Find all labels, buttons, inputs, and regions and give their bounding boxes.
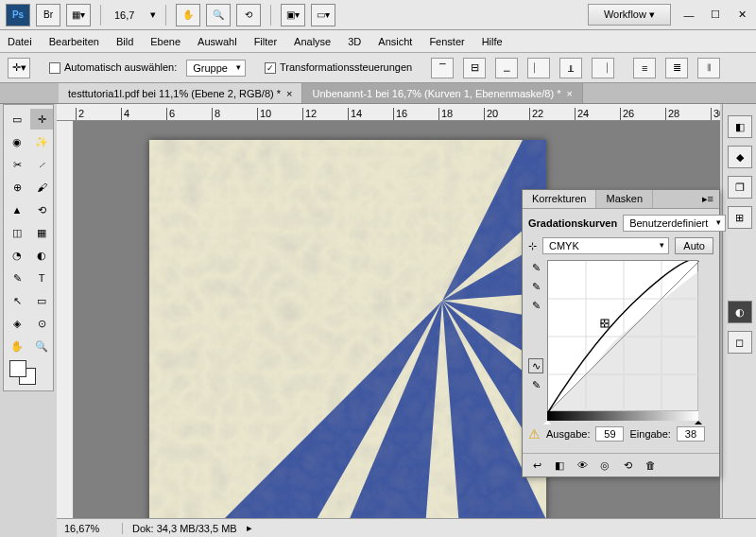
- path-select-icon[interactable]: ↖: [6, 290, 28, 311]
- ps-logo-icon[interactable]: Ps: [6, 4, 30, 26]
- hand-tool-icon[interactable]: ✋: [176, 4, 200, 26]
- menu-hilfe[interactable]: Hilfe: [482, 36, 503, 47]
- pen-tool-icon[interactable]: ✎: [6, 268, 28, 288]
- dock-channels-icon[interactable]: ⊞: [728, 206, 752, 229]
- input-gradient[interactable]: [547, 411, 698, 421]
- menu-fenster[interactable]: Fenster: [429, 36, 464, 47]
- menu-datei[interactable]: Datei: [8, 36, 32, 47]
- wand-tool-icon[interactable]: ✨: [30, 131, 53, 152]
- toggle-icon[interactable]: ◧: [551, 458, 568, 473]
- sampler-black-icon[interactable]: ✎: [528, 260, 543, 275]
- status-zoom[interactable]: 16,67%: [57, 523, 123, 534]
- visibility-icon[interactable]: 👁: [574, 458, 591, 473]
- delete-icon[interactable]: 🗑: [642, 458, 659, 473]
- document-canvas[interactable]: [149, 140, 546, 518]
- auto-select-checkbox[interactable]: Automatisch auswählen:: [49, 61, 177, 74]
- menu-bild[interactable]: Bild: [116, 36, 133, 47]
- heal-tool-icon[interactable]: ⊕: [6, 177, 28, 198]
- lasso-tool-icon[interactable]: ◉: [6, 131, 28, 152]
- tab-close-icon[interactable]: ×: [286, 88, 292, 99]
- eyedropper-tool-icon[interactable]: ⟋: [30, 154, 53, 175]
- tab-close-icon[interactable]: ×: [566, 88, 572, 99]
- history-brush-icon[interactable]: ⟲: [30, 199, 53, 220]
- target-adjust-icon[interactable]: ⊹: [528, 240, 537, 252]
- maximize-icon[interactable]: ☐: [707, 9, 724, 22]
- menu-analyse[interactable]: Analyse: [294, 36, 331, 47]
- workspace-switcher[interactable]: Workflow ▾: [588, 4, 671, 26]
- distribute-2-icon[interactable]: ≣: [665, 58, 688, 78]
- bridge-icon[interactable]: Br: [36, 4, 60, 26]
- view-prev-icon[interactable]: ◎: [596, 458, 613, 473]
- menu-ebene[interactable]: Ebene: [150, 36, 180, 47]
- rotate-view-icon[interactable]: ⟲: [236, 4, 261, 26]
- align-bottom-icon[interactable]: ⎽: [495, 58, 518, 78]
- svg-text:✛: ✛: [600, 318, 609, 329]
- color-swatches[interactable]: [6, 358, 53, 387]
- return-icon[interactable]: ↩: [528, 458, 545, 473]
- close-icon[interactable]: ✕: [733, 9, 750, 22]
- 3d-camera-icon[interactable]: ⊙: [30, 313, 53, 334]
- zoom-tool-icon[interactable]: 🔍: [206, 4, 231, 26]
- panel-menu-icon[interactable]: ▸≡: [696, 190, 719, 208]
- transform-controls-checkbox[interactable]: Transformationssteuerungen: [265, 61, 412, 74]
- minimize-icon[interactable]: —: [680, 9, 697, 22]
- sampler-gray-icon[interactable]: ✎: [528, 279, 543, 294]
- curves-graph[interactable]: ✛: [547, 260, 698, 411]
- menu-3d[interactable]: 3D: [348, 36, 361, 47]
- dock-layers-icon[interactable]: ❐: [728, 176, 752, 199]
- dodge-tool-icon[interactable]: ◐: [30, 245, 53, 266]
- pencil-mode-icon[interactable]: ✎: [528, 377, 543, 392]
- distribute-1-icon[interactable]: ≡: [633, 58, 656, 78]
- menu-bearbeiten[interactable]: Bearbeiten: [49, 36, 99, 47]
- output-field[interactable]: [595, 426, 624, 442]
- input-field[interactable]: [677, 426, 705, 442]
- sampler-white-icon[interactable]: ✎: [528, 298, 543, 313]
- menu-ansicht[interactable]: Ansicht: [378, 36, 412, 47]
- layout-icon[interactable]: ▣▾: [281, 4, 305, 26]
- dock-masks-icon[interactable]: ◻: [728, 331, 752, 354]
- curve-mode-icon[interactable]: ∿: [528, 358, 543, 373]
- hand-tool2-icon[interactable]: ✋: [6, 336, 28, 356]
- input-label: Eingabe:: [629, 428, 670, 440]
- shape-tool-icon[interactable]: ▭: [30, 290, 53, 311]
- crop-tool-icon[interactable]: ✂: [6, 154, 28, 175]
- zoom-tool2-icon[interactable]: 🔍: [30, 336, 53, 356]
- distribute-3-icon[interactable]: ⦀: [697, 58, 720, 78]
- zoom-level[interactable]: 16,7: [111, 8, 145, 23]
- gradient-tool-icon[interactable]: ▦: [30, 222, 53, 243]
- preset-select[interactable]: Benutzerdefiniert: [623, 215, 726, 232]
- canvas-artwork: [149, 140, 546, 518]
- marquee-tool-icon[interactable]: ▭: [6, 109, 28, 130]
- menu-filter[interactable]: Filter: [254, 36, 277, 47]
- type-tool-icon[interactable]: T: [30, 268, 53, 288]
- menu-auswahl[interactable]: Auswahl: [198, 36, 237, 47]
- document-tab[interactable]: Unbenannt-1 bei 16,7% (Kurven 1, Ebenenm…: [302, 83, 582, 103]
- dock-adjust-icon[interactable]: ◐: [728, 301, 752, 323]
- blur-tool-icon[interactable]: ◔: [6, 245, 28, 266]
- auto-button[interactable]: Auto: [675, 237, 713, 254]
- reset-icon[interactable]: ⟲: [619, 458, 636, 473]
- channel-select[interactable]: CMYK: [542, 237, 669, 254]
- status-arrow-icon[interactable]: ▸: [247, 522, 252, 534]
- align-hcenter-icon[interactable]: ⫫: [559, 58, 582, 78]
- align-vcenter-icon[interactable]: ⊟: [463, 58, 486, 78]
- status-doc-info[interactable]: Dok: 34,3 MB/33,5 MB: [123, 523, 247, 534]
- eraser-tool-icon[interactable]: ◫: [6, 222, 28, 243]
- align-left-icon[interactable]: ⎸: [527, 58, 550, 78]
- tab-corrections[interactable]: Korrekturen: [523, 190, 596, 208]
- stamp-tool-icon[interactable]: ▲: [6, 199, 28, 220]
- screen-mode-icon[interactable]: ▭▾: [311, 4, 335, 26]
- move-tool-icon[interactable]: ✛: [30, 109, 53, 130]
- align-top-icon[interactable]: ⎺: [431, 58, 454, 78]
- align-right-icon[interactable]: ⎹: [592, 58, 614, 78]
- auto-select-type[interactable]: Gruppe: [186, 60, 246, 77]
- brush-tool-icon[interactable]: 🖌: [30, 177, 53, 198]
- tab-masks[interactable]: Masken: [596, 190, 653, 208]
- 3d-tool-icon[interactable]: ◈: [6, 313, 28, 334]
- dock-color-icon[interactable]: ◧: [728, 115, 752, 138]
- document-tab[interactable]: testtutoria1l.pdf bei 11,1% (Ebene 2, RG…: [59, 83, 302, 103]
- history-icon[interactable]: ▦▾: [66, 4, 91, 26]
- zoom-dropdown-icon[interactable]: ▾: [150, 9, 156, 21]
- dock-swatches-icon[interactable]: ◆: [728, 146, 752, 168]
- move-tool-indicator-icon[interactable]: ✛▾: [8, 58, 30, 78]
